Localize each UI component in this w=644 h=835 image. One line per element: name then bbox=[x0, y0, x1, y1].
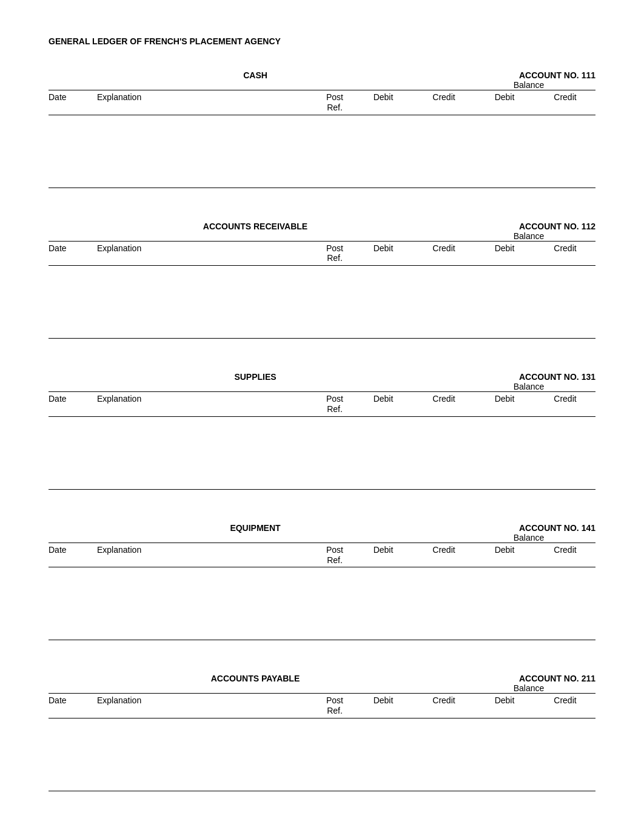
col-credit-equipment: Credit bbox=[414, 545, 474, 566]
col-credit-accounts-payable: Credit bbox=[414, 695, 474, 716]
columns-header-supplies: Date Explanation Post Ref. Debit Credit … bbox=[49, 391, 595, 417]
balance-label-accounts-receivable: Balance bbox=[462, 231, 595, 241]
col-date-equipment: Date bbox=[49, 545, 97, 566]
col-debit-accounts-payable: Debit bbox=[353, 695, 414, 716]
col-balance-credit-accounts-receivable: Credit bbox=[535, 243, 595, 264]
ledger-section-supplies: SUPPLIES ACCOUNT NO. 131 Balance Date Ex… bbox=[49, 372, 595, 490]
ledger-section-accounts-receivable: ACCOUNTS RECEIVABLE ACCOUNT NO. 112 Bala… bbox=[49, 221, 595, 339]
columns-header-accounts-payable: Date Explanation Post Ref. Debit Credit … bbox=[49, 693, 595, 718]
col-explanation-accounts-receivable: Explanation bbox=[97, 243, 317, 264]
balance-label-cash: Balance bbox=[462, 80, 595, 90]
data-rows-equipment bbox=[49, 567, 595, 640]
data-rows-supplies bbox=[49, 417, 595, 490]
col-explanation-cash: Explanation bbox=[97, 92, 317, 113]
page-title: GENERAL LEDGER OF FRENCH'S PLACEMENT AGE… bbox=[49, 36, 595, 46]
col-balance-credit-cash: Credit bbox=[535, 92, 595, 113]
balance-label-accounts-payable: Balance bbox=[462, 683, 595, 693]
col-credit-accounts-receivable: Credit bbox=[414, 243, 474, 264]
ledger-section-cash: CASH ACCOUNT NO. 111 Balance Date Explan… bbox=[49, 70, 595, 188]
post-line2-equipment: Ref. bbox=[317, 555, 353, 566]
col-credit-cash: Credit bbox=[414, 92, 474, 113]
section-header-accounts-receivable: ACCOUNTS RECEIVABLE ACCOUNT NO. 112 Bala… bbox=[49, 221, 595, 241]
col-credit-supplies: Credit bbox=[414, 394, 474, 414]
section-header-supplies: SUPPLIES ACCOUNT NO. 131 Balance bbox=[49, 372, 595, 391]
col-date-supplies: Date bbox=[49, 394, 97, 414]
section-header-accounts-payable: ACCOUNTS PAYABLE ACCOUNT NO. 211 Balance bbox=[49, 674, 595, 693]
col-balance-debit-accounts-receivable: Debit bbox=[474, 243, 535, 264]
col-balance-debit-supplies: Debit bbox=[474, 394, 535, 414]
col-post-ref-accounts-payable: Post Ref. bbox=[317, 695, 353, 716]
section-header-equipment: EQUIPMENT ACCOUNT NO. 141 Balance bbox=[49, 523, 595, 543]
post-line1-cash: Post bbox=[317, 92, 353, 103]
col-debit-supplies: Debit bbox=[353, 394, 414, 414]
col-post-ref-equipment: Post Ref. bbox=[317, 545, 353, 566]
post-line1-equipment: Post bbox=[317, 545, 353, 555]
col-balance-credit-equipment: Credit bbox=[535, 545, 595, 566]
section-name-equipment: EQUIPMENT bbox=[230, 523, 280, 533]
col-post-ref-accounts-receivable: Post Ref. bbox=[317, 243, 353, 264]
columns-header-cash: Date Explanation Post Ref. Debit Credit … bbox=[49, 90, 595, 115]
col-balance-debit-accounts-payable: Debit bbox=[474, 695, 535, 716]
section-name-accounts-payable: ACCOUNTS PAYABLE bbox=[211, 674, 300, 683]
post-line2-accounts-receivable: Ref. bbox=[317, 253, 353, 263]
col-balance-credit-accounts-payable: Credit bbox=[535, 695, 595, 716]
col-debit-equipment: Debit bbox=[353, 545, 414, 566]
ledger-section-accounts-payable: ACCOUNTS PAYABLE ACCOUNT NO. 211 Balance… bbox=[49, 674, 595, 791]
col-explanation-equipment: Explanation bbox=[97, 545, 317, 566]
data-rows-accounts-payable bbox=[49, 718, 595, 791]
col-balance-debit-equipment: Debit bbox=[474, 545, 535, 566]
col-debit-accounts-receivable: Debit bbox=[353, 243, 414, 264]
balance-label-equipment: Balance bbox=[462, 533, 595, 543]
col-date-accounts-receivable: Date bbox=[49, 243, 97, 264]
account-no-accounts-payable: ACCOUNT NO. 211 bbox=[462, 674, 595, 683]
col-date-cash: Date bbox=[49, 92, 97, 113]
section-name-cash: CASH bbox=[243, 70, 267, 80]
columns-header-accounts-receivable: Date Explanation Post Ref. Debit Credit … bbox=[49, 241, 595, 266]
account-no-cash: ACCOUNT NO. 111 bbox=[462, 70, 595, 80]
post-line2-cash: Ref. bbox=[317, 103, 353, 113]
col-balance-debit-cash: Debit bbox=[474, 92, 535, 113]
post-line2-supplies: Ref. bbox=[317, 404, 353, 414]
ledger-section-equipment: EQUIPMENT ACCOUNT NO. 141 Balance Date E… bbox=[49, 523, 595, 641]
post-line1-accounts-payable: Post bbox=[317, 695, 353, 706]
section-header-cash: CASH ACCOUNT NO. 111 Balance bbox=[49, 70, 595, 90]
data-rows-cash bbox=[49, 115, 595, 188]
col-balance-credit-supplies: Credit bbox=[535, 394, 595, 414]
data-rows-accounts-receivable bbox=[49, 266, 595, 339]
balance-label-supplies: Balance bbox=[462, 382, 595, 391]
col-post-ref-cash: Post Ref. bbox=[317, 92, 353, 113]
account-no-equipment: ACCOUNT NO. 141 bbox=[462, 523, 595, 533]
account-no-supplies: ACCOUNT NO. 131 bbox=[462, 372, 595, 382]
columns-header-equipment: Date Explanation Post Ref. Debit Credit … bbox=[49, 543, 595, 568]
col-debit-cash: Debit bbox=[353, 92, 414, 113]
account-no-accounts-receivable: ACCOUNT NO. 112 bbox=[462, 221, 595, 231]
col-date-accounts-payable: Date bbox=[49, 695, 97, 716]
post-line1-supplies: Post bbox=[317, 394, 353, 404]
col-explanation-supplies: Explanation bbox=[97, 394, 317, 414]
post-line1-accounts-receivable: Post bbox=[317, 243, 353, 254]
col-post-ref-supplies: Post Ref. bbox=[317, 394, 353, 414]
section-name-accounts-receivable: ACCOUNTS RECEIVABLE bbox=[203, 221, 307, 231]
section-name-supplies: SUPPLIES bbox=[234, 372, 276, 382]
post-line2-accounts-payable: Ref. bbox=[317, 706, 353, 716]
col-explanation-accounts-payable: Explanation bbox=[97, 695, 317, 716]
